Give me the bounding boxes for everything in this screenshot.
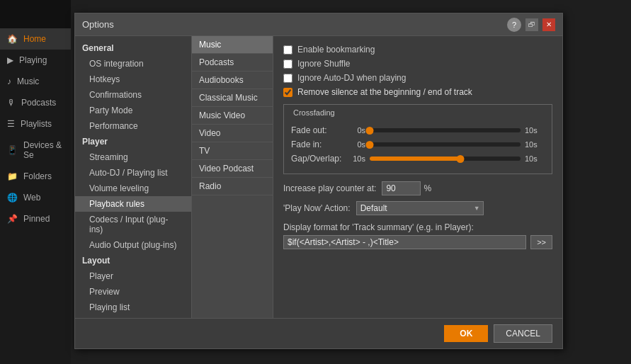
cat-item-audiobooks[interactable]: Audiobooks — [192, 72, 273, 89]
nav-item-party-mode[interactable]: Party Mode — [75, 103, 191, 118]
gap-overlap-row: Gap/Overlap: 10s 10s — [291, 154, 545, 164]
nav-panel: General OS integration Hotkeys Confirmat… — [75, 36, 192, 318]
checkbox-remove-silence: Remove silence at the beginning / end of… — [283, 87, 552, 97]
nav-item-playback-rules[interactable]: Playback rules — [75, 196, 191, 212]
display-format-button[interactable]: >> — [530, 235, 552, 249]
play-now-label: 'Play Now' Action: — [283, 203, 351, 213]
section-header-general: General — [75, 40, 191, 56]
nav-item-preview[interactable]: Preview — [75, 284, 191, 300]
ignore-shuffle-label[interactable]: Ignore Shuffle — [297, 59, 351, 69]
playing-icon: ▶ — [7, 55, 13, 65]
nav-item-hotkeys[interactable]: Hotkeys — [75, 72, 191, 87]
devices-icon: 📱 — [7, 145, 18, 155]
checkbox-ignore-auto-dj: Ignore Auto-DJ when playing — [283, 73, 552, 83]
fade-out-right-val: 10s — [525, 126, 545, 135]
play-now-value: Default — [360, 203, 387, 213]
podcasts-icon: 🎙 — [7, 98, 16, 108]
dialog-body: General OS integration Hotkeys Confirmat… — [75, 36, 562, 318]
nav-item-os-integration[interactable]: OS integration — [75, 56, 191, 72]
nav-item-streaming[interactable]: Streaming — [75, 149, 191, 165]
sidebar-item-playlists[interactable]: ☰ Playlists — [0, 113, 71, 135]
fade-in-track[interactable] — [370, 142, 521, 147]
format-input-row: >> — [283, 235, 552, 249]
home-icon: 🏠 — [7, 34, 18, 44]
cat-item-radio[interactable]: Radio — [192, 178, 273, 195]
sidebar-item-folders[interactable]: 📁 Folders — [0, 166, 71, 187]
ignore-auto-dj-label[interactable]: Ignore Auto-DJ when playing — [297, 73, 406, 83]
checkbox-ignore-shuffle: Ignore Shuffle — [283, 59, 552, 69]
play-counter-label: Increase play counter at: — [283, 183, 376, 193]
checkbox-enable-bookmarking: Enable bookmarking — [283, 45, 552, 55]
chevron-down-icon: ▼ — [474, 205, 480, 212]
play-counter-row: Increase play counter at: % — [283, 181, 552, 195]
ok-button[interactable]: OK — [444, 325, 488, 342]
play-counter-input[interactable] — [382, 181, 421, 195]
nav-item-playing-list[interactable]: Playing list — [75, 300, 191, 315]
cat-item-music-video[interactable]: Music Video — [192, 107, 273, 125]
close-button[interactable]: ✕ — [542, 18, 555, 31]
display-format-row: Display format for 'Track summary' (e.g.… — [283, 222, 552, 249]
nav-item-auto-dj[interactable]: Auto-DJ / Playing list — [75, 165, 191, 181]
playlists-icon: ☰ — [7, 119, 15, 129]
fade-in-left-val: 0s — [348, 140, 365, 149]
crossfading-section: Crossfading Fade out: 0s 10s Fade in: 0s — [283, 104, 552, 174]
cat-item-podcasts[interactable]: Podcasts — [192, 54, 273, 72]
ignore-shuffle-checkbox[interactable] — [283, 59, 292, 69]
cat-item-video[interactable]: Video — [192, 125, 273, 142]
play-now-action-row: 'Play Now' Action: Default ▼ — [283, 201, 552, 215]
pinned-icon: 📌 — [7, 214, 18, 224]
gap-overlap-track[interactable] — [370, 157, 521, 161]
fade-out-left-val: 0s — [348, 126, 365, 135]
fade-in-label: Fade in: — [291, 140, 348, 149]
nav-item-audio-output[interactable]: Audio Output (plug-ins) — [75, 237, 191, 253]
categories-panel: Music Podcasts Audiobooks Classical Musi… — [192, 36, 273, 318]
sidebar-item-pinned[interactable]: 📌 Pinned — [0, 208, 71, 229]
app-sidebar: 🏠 Home ▶ Playing ♪ Music 🎙 Podcasts ☰ Pl… — [0, 0, 71, 364]
cat-item-music[interactable]: Music — [192, 36, 273, 54]
sidebar-item-playing[interactable]: ▶ Playing — [0, 50, 71, 71]
restore-button[interactable]: 🗗 — [525, 18, 538, 31]
fade-out-label: Fade out: — [291, 125, 348, 135]
nav-item-layout-player[interactable]: Player — [75, 268, 191, 284]
fade-in-row: Fade in: 0s 10s — [291, 140, 545, 149]
music-icon: ♪ — [7, 76, 11, 86]
sidebar-item-web[interactable]: 🌐 Web — [0, 187, 71, 208]
play-counter-unit: % — [423, 183, 431, 193]
cancel-button[interactable]: CANCEL — [494, 324, 552, 343]
dialog-title-bar: Options ? 🗗 ✕ — [75, 13, 562, 36]
sidebar-item-devices[interactable]: 📱 Devices & Se — [0, 135, 71, 166]
sidebar-item-home[interactable]: 🏠 Home — [0, 28, 71, 50]
sidebar-item-podcasts[interactable]: 🎙 Podcasts — [0, 92, 71, 113]
app-header — [0, 0, 71, 28]
nav-item-performance[interactable]: Performance — [75, 118, 191, 134]
play-now-dropdown[interactable]: Default ▼ — [356, 201, 484, 215]
display-format-input[interactable] — [283, 235, 526, 249]
web-icon: 🌐 — [7, 193, 18, 203]
remove-silence-checkbox[interactable] — [283, 88, 292, 97]
nav-item-codecs[interactable]: Codecs / Input (plug-ins) — [75, 212, 191, 237]
fade-out-row: Fade out: 0s 10s — [291, 125, 545, 135]
cat-item-video-podcast[interactable]: Video Podcast — [192, 160, 273, 178]
remove-silence-label[interactable]: Remove silence at the beginning / end of… — [297, 87, 472, 97]
cat-item-tv[interactable]: TV — [192, 142, 273, 160]
options-dialog: Options ? 🗗 ✕ General OS integration Hot… — [74, 13, 563, 349]
gap-overlap-right-val: 10s — [525, 154, 545, 163]
sidebar-item-music[interactable]: ♪ Music — [0, 71, 71, 92]
help-button[interactable]: ? — [507, 18, 521, 32]
dialog-title: Options — [82, 19, 114, 30]
fade-in-right-val: 10s — [525, 140, 545, 149]
enable-bookmarking-checkbox[interactable] — [283, 45, 292, 55]
gap-overlap-left-val: 10s — [348, 154, 365, 163]
nav-item-confirmations[interactable]: Confirmations — [75, 87, 191, 103]
ignore-auto-dj-checkbox[interactable] — [283, 74, 292, 83]
content-panel: Enable bookmarking Ignore Shuffle Ignore… — [273, 36, 562, 318]
enable-bookmarking-label[interactable]: Enable bookmarking — [297, 45, 375, 55]
section-header-player: Player — [75, 134, 191, 149]
gap-overlap-label: Gap/Overlap: — [291, 154, 348, 164]
dialog-footer: OK CANCEL — [75, 318, 562, 348]
crossfading-legend: Crossfading — [291, 108, 337, 117]
nav-item-volume-leveling[interactable]: Volume leveling — [75, 181, 191, 196]
cat-item-classical-music[interactable]: Classical Music — [192, 89, 273, 107]
fade-out-track[interactable] — [370, 128, 521, 132]
display-format-label: Display format for 'Track summary' (e.g.… — [283, 222, 552, 232]
